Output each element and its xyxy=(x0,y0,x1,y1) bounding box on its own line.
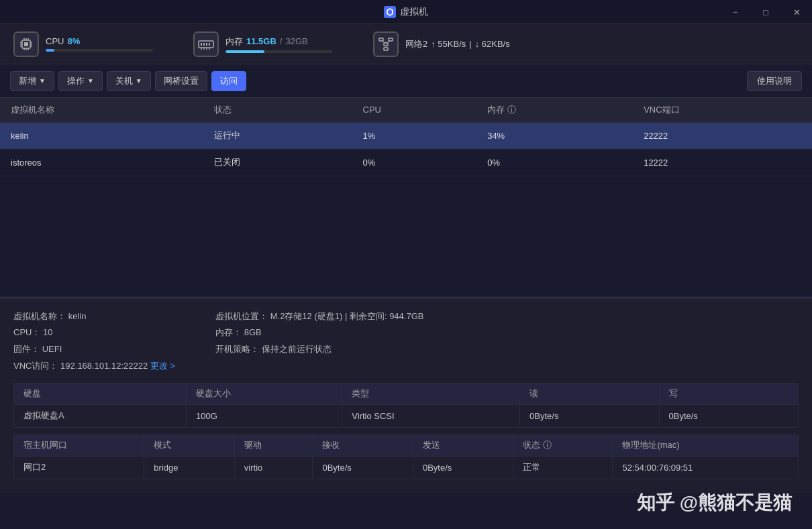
net-icon xyxy=(373,32,399,57)
disk-col-size: 硬盘大小 xyxy=(187,383,342,404)
vnc-row: VNC访问： 192.168.101.12:22222 更改 > xyxy=(13,359,175,373)
col-status: 状态 xyxy=(203,98,352,122)
detail-right: 虚拟机位置： M.2存储12 (硬盘1) | 剩余空间: 944.7GB 内存：… xyxy=(215,310,423,373)
svg-rect-25 xyxy=(389,38,393,41)
cpu-icon xyxy=(13,32,39,57)
col-memory: 内存 ⓘ xyxy=(476,98,633,122)
disk-table-row: 虚拟硬盘A100GVirtio SCSI0Byte/s0Byte/s xyxy=(14,404,799,427)
net-stat: 网络2 ↑ 55KB/s | ↓ 62KB/s xyxy=(373,32,510,57)
titlebar: 虚拟机 － □ ✕ xyxy=(0,0,812,24)
minimize-button[interactable]: － xyxy=(719,0,750,24)
svg-line-27 xyxy=(381,41,386,43)
net-table: 宿主机网口 模式 驱动 接收 发送 状态 ⓘ 物理地址(mac) 网口2brid… xyxy=(13,434,799,479)
watermark: 知乎 @熊猫不是猫 xyxy=(637,490,792,516)
disk-col-type: 类型 xyxy=(342,383,520,404)
net-col-tx: 发送 xyxy=(413,434,513,456)
cpu-row: CPU： 10 xyxy=(13,326,175,340)
app-icon xyxy=(384,6,396,18)
disk-col-write: 写 xyxy=(659,383,798,404)
table-row[interactable]: kelin运行中1%34%22222 xyxy=(0,122,812,149)
cpu-info: CPU 8% xyxy=(46,36,153,52)
svg-rect-23 xyxy=(379,38,383,41)
disk-table: 硬盘 硬盘大小 类型 读 写 虚拟硬盘A100GVirtio SCSI0Byte… xyxy=(13,383,799,428)
bridge-button[interactable]: 网桥设置 xyxy=(155,71,207,91)
ram-info: 内存 11.5GB / 32GB xyxy=(225,36,333,53)
net-col-status: 状态 ⓘ xyxy=(513,434,613,456)
table-empty-row xyxy=(0,176,812,296)
firmware-row: 固件： UEFI xyxy=(13,343,175,357)
svg-rect-15 xyxy=(201,43,202,46)
net-table-header: 宿主机网口 模式 驱动 接收 发送 状态 ⓘ 物理地址(mac) xyxy=(14,434,799,456)
ram-stat: 内存 11.5GB / 32GB xyxy=(193,32,333,57)
cpu-stat: CPU 8% xyxy=(13,32,153,57)
svg-rect-1 xyxy=(24,42,28,46)
boot-row: 开机策略： 保持之前运行状态 xyxy=(215,343,423,357)
cpu-bar xyxy=(46,49,153,52)
location-row: 虚拟机位置： M.2存储12 (硬盘1) | 剩余空间: 944.7GB xyxy=(215,310,423,324)
access-button[interactable]: 访问 xyxy=(211,71,246,91)
svg-rect-16 xyxy=(203,43,205,46)
svg-rect-24 xyxy=(384,43,388,46)
detail-info: 虚拟机名称： kelin CPU： 10 固件： UEFI VNC访问： 192… xyxy=(13,310,799,373)
svg-rect-26 xyxy=(384,48,388,50)
table-row[interactable]: istoreos已关闭0%0%12222 xyxy=(0,149,812,176)
col-vnc: VNC端口 xyxy=(633,98,812,122)
toolbar: 新增 ▼ 操作 ▼ 关机 ▼ 网桥设置 访问 使用说明 xyxy=(0,64,812,98)
statusbar: CPU 8% 内存 11.5GB xyxy=(0,24,812,64)
app-title: 虚拟机 xyxy=(384,6,428,18)
disk-table-header: 硬盘 硬盘大小 类型 读 写 xyxy=(14,383,799,404)
net-info: 网络2 ↑ 55KB/s | ↓ 62KB/s xyxy=(405,38,510,50)
vnc-change-link[interactable]: 更改 > xyxy=(150,361,175,371)
col-cpu: CPU xyxy=(352,98,477,122)
add-dropdown-arrow: ▼ xyxy=(39,77,46,84)
net-col-driver: 驱动 xyxy=(234,434,313,456)
ram-bar xyxy=(225,50,333,53)
operate-dropdown-arrow: ▼ xyxy=(87,77,94,84)
shutdown-button[interactable]: 关机 ▼ xyxy=(107,71,151,91)
disk-col-disk: 硬盘 xyxy=(14,383,187,404)
close-button[interactable]: ✕ xyxy=(781,0,812,24)
memory-row: 内存： 8GB xyxy=(215,326,423,340)
disk-col-read: 读 xyxy=(520,383,659,404)
vm-name-row: 虚拟机名称： kelin xyxy=(13,310,175,324)
add-button[interactable]: 新增 ▼ xyxy=(10,71,54,91)
operate-button[interactable]: 操作 ▼ xyxy=(58,71,103,91)
net-table-row: 网口2bridgevirtio0Byte/s0Byte/s正常52:54:00:… xyxy=(14,456,799,479)
table-header: 虚拟机名称 状态 CPU 内存 ⓘ VNC端口 xyxy=(0,98,812,122)
detail-panel: 虚拟机名称： kelin CPU： 10 固件： UEFI VNC访问： 192… xyxy=(0,298,812,493)
window-controls: － □ ✕ xyxy=(719,0,812,24)
net-col-port: 宿主机网口 xyxy=(14,434,144,456)
net-col-mac: 物理地址(mac) xyxy=(613,434,799,456)
svg-rect-17 xyxy=(206,43,207,46)
net-col-rx: 接收 xyxy=(313,434,413,456)
vm-table: 虚拟机名称 状态 CPU 内存 ⓘ VNC端口 kelin运行中1%34%222… xyxy=(0,98,812,297)
cpu-bar-fill xyxy=(46,49,54,52)
svg-line-28 xyxy=(386,41,391,43)
svg-rect-18 xyxy=(209,43,210,46)
ram-icon xyxy=(193,32,219,57)
vm-list: 虚拟机名称 状态 CPU 内存 ⓘ VNC端口 kelin运行中1%34%222… xyxy=(0,98,812,298)
detail-left: 虚拟机名称： kelin CPU： 10 固件： UEFI VNC访问： 192… xyxy=(13,310,175,373)
ram-bar-fill xyxy=(225,50,264,53)
shutdown-dropdown-arrow: ▼ xyxy=(136,77,142,84)
help-button[interactable]: 使用说明 xyxy=(747,71,802,91)
maximize-button[interactable]: □ xyxy=(750,0,781,24)
net-col-mode: 模式 xyxy=(144,434,235,456)
col-name: 虚拟机名称 xyxy=(0,98,203,122)
